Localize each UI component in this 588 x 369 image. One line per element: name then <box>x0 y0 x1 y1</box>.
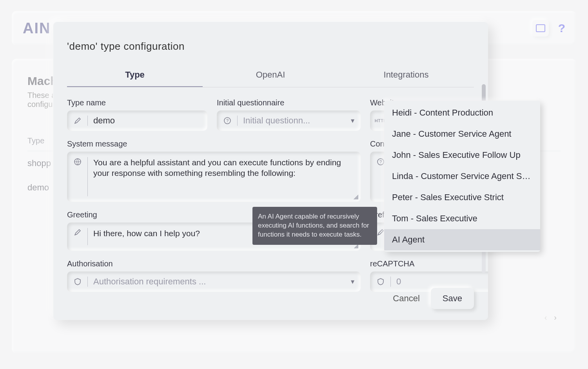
label-authorisation: Authorisation <box>67 259 361 268</box>
pencil-icon <box>73 117 82 124</box>
modal-actions: Cancel Save <box>393 288 474 309</box>
tab-type[interactable]: Type <box>67 63 203 87</box>
cancel-button[interactable]: Cancel <box>393 293 419 304</box>
pencil-icon <box>376 228 385 245</box>
svg-text:?: ? <box>379 159 382 164</box>
shield-icon <box>73 278 82 286</box>
http-icon: HTTP <box>376 118 385 123</box>
save-button[interactable]: Save <box>431 288 474 309</box>
resize-handle[interactable] <box>354 195 358 199</box>
flavor-option-selected[interactable]: AI Agent <box>384 229 540 250</box>
authorisation-field[interactable]: ▾ <box>67 271 361 292</box>
modal-title: 'demo' type configuration <box>67 40 474 52</box>
label-initial-q: Initial questionnaire <box>217 98 361 107</box>
chevron-down-icon: ▾ <box>351 277 354 286</box>
modal-tabs: Type OpenAI Integrations <box>67 63 474 87</box>
flavor-dropdown: Heidi - Content Production Jane - Custom… <box>384 101 540 252</box>
chevron-down-icon: ▾ <box>351 116 354 125</box>
question-circle-icon: ? <box>223 117 232 125</box>
flavor-option[interactable]: Tom - Sales Executive <box>384 208 540 229</box>
pencil-icon <box>73 228 82 245</box>
label-type-name: Type name <box>67 98 207 107</box>
recaptcha-input[interactable] <box>396 277 488 287</box>
type-name-field[interactable] <box>67 110 207 131</box>
flavor-tooltip: An AI Agent capable of recursively execu… <box>252 207 377 245</box>
type-name-input[interactable] <box>93 116 201 126</box>
globe-icon <box>73 157 82 196</box>
flavor-option[interactable]: John - Sales Executive Follow Up <box>384 145 540 166</box>
system-message-field[interactable] <box>67 152 361 202</box>
svg-text:?: ? <box>226 118 229 123</box>
question-circle-icon: ? <box>376 157 385 196</box>
flavor-option[interactable]: Linda - Customer Service Agent Strict <box>384 166 540 187</box>
flavor-option[interactable]: Jane - Customer Service Agent <box>384 123 540 145</box>
shield-icon <box>376 278 385 286</box>
initial-q-input[interactable] <box>243 116 351 126</box>
initial-q-field[interactable]: ? ▾ <box>217 110 361 131</box>
label-system-message: System message <box>67 139 361 148</box>
flavor-option[interactable]: Peter - Sales Executive Strict <box>384 187 540 208</box>
flavor-option[interactable]: Heidi - Content Production <box>384 102 540 123</box>
tab-integrations[interactable]: Integrations <box>338 63 474 87</box>
authorisation-input[interactable] <box>93 277 351 287</box>
system-message-input[interactable] <box>93 157 354 196</box>
label-recaptcha: reCAPTCHA <box>370 259 488 268</box>
tab-openai[interactable]: OpenAI <box>203 63 338 87</box>
